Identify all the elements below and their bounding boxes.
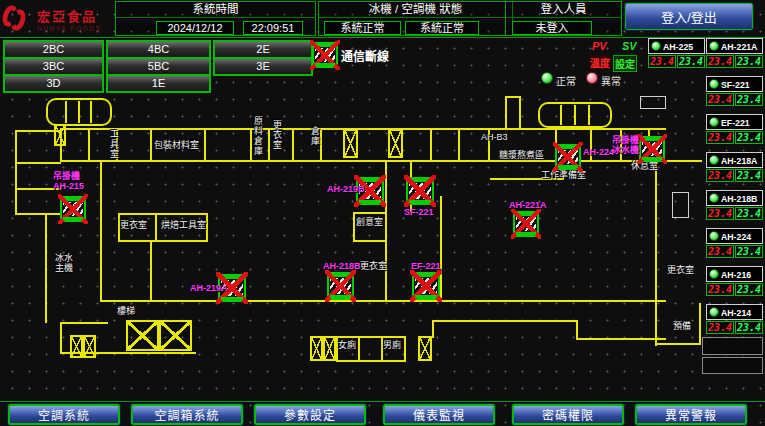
stair-shaft-icon <box>310 336 323 361</box>
wall-segment <box>576 320 578 340</box>
unit-name: EF-221 <box>721 117 750 128</box>
unit-status-led-icon <box>709 41 719 51</box>
wall-segment <box>150 128 152 162</box>
unit-status-led-icon <box>709 269 719 279</box>
unit-status-led-icon <box>709 79 719 89</box>
stair-shaft-icon <box>70 335 83 358</box>
ahu-device-comm-loss-icon[interactable] <box>412 272 440 300</box>
footer-nav-button[interactable]: 密碼權限 <box>512 404 624 425</box>
room-label: 創意室 <box>356 218 383 228</box>
device-label: 吊掛機 冰水機 <box>612 135 639 156</box>
unit-values: 23.4 23.4 <box>706 283 763 296</box>
unit-status-tile[interactable]: AH-224 <box>706 228 763 244</box>
unit-sv-value: 23.4 <box>735 283 763 296</box>
unit-values: 23.4 23.4 <box>706 131 763 144</box>
stair-shaft-icon <box>83 335 96 358</box>
unit-name: AH-214 <box>721 307 751 318</box>
wall-segment <box>60 160 702 162</box>
wall-segment <box>655 343 701 345</box>
unit-status-led-icon <box>709 193 719 203</box>
unit-status-tile[interactable]: EF-221 <box>706 114 763 130</box>
wall-segment <box>15 162 61 164</box>
unit-pv-value: 23.4 <box>706 321 734 334</box>
unit-status-tile[interactable]: AH-221A <box>706 38 763 54</box>
wall-segment <box>353 212 387 214</box>
unit-name: AH-216 <box>721 269 751 280</box>
unit-sv-value: 23.4 <box>735 245 763 258</box>
ahu-device-comm-loss-icon[interactable] <box>60 196 86 222</box>
wall-segment <box>699 303 701 345</box>
ahu-device-comm-loss-icon[interactable] <box>639 136 665 162</box>
unit-pv-value: 23.4 <box>706 55 734 68</box>
room-label: 工具室 <box>108 129 118 159</box>
unit-values: 23.4 23.4 <box>706 245 763 258</box>
unit-name: AH-218B <box>721 193 757 204</box>
footer-nav-button[interactable]: 儀表監視 <box>383 404 495 425</box>
device-label: AH-221A <box>509 200 547 210</box>
unit-values: 23.4 23.4 <box>706 169 763 182</box>
room-label: 包裝材料室 <box>154 141 199 151</box>
unit-pv-value: 23.4 <box>706 131 734 144</box>
unit-status-tile[interactable]: SF-221 <box>706 76 763 92</box>
wall-segment <box>206 213 208 242</box>
footer-nav-button[interactable]: 異常警報 <box>635 404 747 425</box>
room-label: 女廁 <box>338 341 356 351</box>
stair-shaft-icon <box>159 320 192 351</box>
wall-segment <box>353 240 387 242</box>
ahu-device-comm-loss-icon[interactable] <box>406 177 434 205</box>
wall-segment <box>15 213 62 215</box>
wall-segment <box>358 336 360 361</box>
red-x-icon <box>404 175 436 207</box>
stair-shaft-icon <box>388 129 403 158</box>
wall-segment <box>45 215 47 323</box>
wall-segment <box>268 128 270 162</box>
unit-name: AH-221A <box>721 41 757 52</box>
wall-segment <box>458 128 460 162</box>
wall-segment <box>60 322 62 354</box>
unit-sv-value: 23.4 <box>735 55 763 68</box>
ahu-device-comm-loss-icon[interactable] <box>513 211 539 237</box>
device-label: 吊掛機 AH-215 <box>53 171 84 192</box>
unit-sv-value: 23.4 <box>735 207 763 220</box>
unit-status-tile[interactable]: AH-214 <box>706 304 763 320</box>
unit-status-tile[interactable]: AH-225 <box>648 38 705 54</box>
unit-status-tile[interactable]: AH-218A <box>706 152 763 168</box>
wall-segment <box>155 213 157 242</box>
unit-status-tile[interactable]: AH-218B <box>706 190 763 206</box>
unit-sv-value: 23.4 <box>677 55 705 68</box>
unit-pv-value: 23.4 <box>706 207 734 220</box>
stair-shaft-icon <box>323 336 336 361</box>
wall-segment <box>118 240 208 242</box>
room-label: 工作準備室 <box>541 171 586 181</box>
footer-nav-button[interactable]: 空調系統 <box>8 404 120 425</box>
wall-segment <box>432 320 434 338</box>
footer-nav-button[interactable]: 參數設定 <box>254 404 366 425</box>
unit-pv-value: 23.4 <box>706 283 734 296</box>
small-room-outline <box>640 96 666 109</box>
wall-segment <box>204 128 206 162</box>
wall-segment <box>150 240 152 302</box>
small-room-outline <box>672 192 689 218</box>
stair-shaft-icon <box>126 320 159 351</box>
device-label: AH-219B <box>327 184 365 194</box>
unit-status-tile[interactable]: AH-216 <box>706 266 763 282</box>
unit-status-led-icon <box>651 41 661 51</box>
wall-segment <box>118 213 208 215</box>
wall-segment <box>505 96 507 130</box>
unit-name: AH-218A <box>721 155 757 166</box>
footer-divider <box>0 401 765 402</box>
ahu-device-comm-loss-icon[interactable] <box>327 272 354 300</box>
wall-segment <box>336 336 406 338</box>
room-label: 原料倉庫 <box>252 116 262 156</box>
unit-status-led-icon <box>709 155 719 165</box>
red-x-icon <box>58 194 88 224</box>
wall-segment <box>432 320 578 322</box>
device-label: AH-218B <box>323 261 361 271</box>
wall-segment <box>15 130 17 215</box>
unit-pv-value: 23.4 <box>648 55 676 68</box>
unit-sv-value: 23.4 <box>735 131 763 144</box>
stair-shaft-icon <box>54 124 66 146</box>
ahu-device-comm-loss-icon[interactable] <box>555 144 581 170</box>
stairs-icon <box>538 102 612 128</box>
footer-nav-button[interactable]: 空調箱系統 <box>131 404 243 425</box>
